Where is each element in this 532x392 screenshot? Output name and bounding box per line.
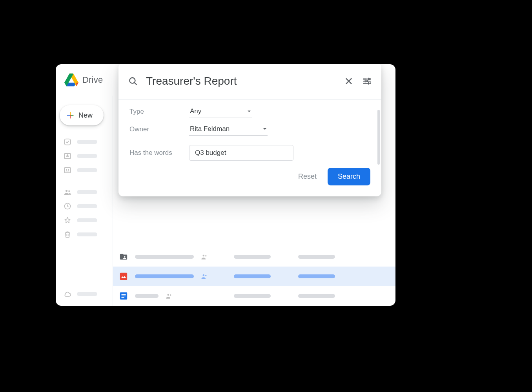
app-name: Drive — [82, 75, 103, 85]
nav-group-secondary — [56, 187, 113, 240]
svg-point-21 — [168, 294, 169, 296]
svg-rect-24 — [363, 78, 366, 79]
table-row[interactable] — [113, 247, 395, 267]
drive-logo-icon — [64, 73, 78, 87]
svg-point-15 — [203, 274, 205, 276]
svg-rect-27 — [363, 80, 371, 81]
plus-icon — [66, 111, 75, 120]
hdd-icon — [64, 152, 71, 160]
svg-rect-14 — [120, 273, 127, 280]
sidebar-item-priority[interactable] — [64, 136, 113, 147]
cloud-icon — [64, 290, 71, 298]
nav-item-label — [77, 232, 97, 236]
caret-down-icon — [247, 109, 251, 113]
sidebar-item-starred[interactable] — [64, 215, 113, 226]
svg-point-12 — [203, 255, 205, 257]
col-placeholder — [298, 294, 335, 298]
type-dropdown[interactable]: Any — [189, 107, 252, 118]
search-actions: Reset Search — [118, 164, 381, 196]
sidebar-item-recent[interactable] — [64, 201, 113, 212]
file-name-placeholder — [135, 294, 159, 298]
col-placeholder — [234, 294, 271, 298]
search-filters: Type Any Owner Rita Feldman Has the word… — [118, 100, 381, 164]
svg-rect-0 — [70, 112, 71, 115]
new-button[interactable]: New — [60, 105, 104, 125]
shared-icon — [201, 253, 208, 260]
nav-item-label — [77, 218, 97, 222]
sidebar-item-shared[interactable] — [64, 187, 113, 198]
svg-point-11 — [124, 256, 126, 258]
svg-point-6 — [66, 169, 67, 171]
owner-label: Owner — [129, 125, 181, 136]
shared-drives-icon — [64, 166, 71, 174]
svg-rect-2 — [67, 115, 70, 116]
check-square-icon — [64, 138, 71, 146]
has-words-input[interactable] — [189, 145, 293, 161]
clock-icon — [64, 202, 71, 210]
col-placeholder — [298, 255, 335, 259]
shared-icon — [201, 273, 208, 280]
table-row[interactable] — [113, 267, 395, 286]
svg-point-9 — [68, 191, 70, 192]
svg-rect-29 — [363, 83, 371, 83]
filter-row-words: Has the words — [129, 145, 370, 161]
search-options-icon[interactable] — [362, 76, 372, 86]
svg-rect-20 — [122, 297, 124, 298]
sidebar: New — [56, 96, 113, 306]
file-name-placeholder — [135, 274, 194, 278]
clear-search-button[interactable] — [344, 76, 354, 86]
svg-rect-3 — [65, 139, 71, 145]
people-icon — [64, 188, 71, 196]
owner-dropdown[interactable]: Rita Feldman — [189, 125, 268, 136]
star-icon — [64, 216, 71, 224]
caret-down-icon — [263, 127, 267, 131]
filter-row-owner: Owner Rita Feldman — [129, 125, 370, 136]
search-input[interactable] — [146, 75, 336, 87]
svg-rect-1 — [71, 115, 73, 116]
image-file-icon — [119, 272, 128, 281]
col-placeholder — [298, 274, 335, 278]
col-placeholder — [234, 274, 271, 278]
file-list — [113, 247, 395, 306]
sidebar-item-shareddrives[interactable] — [64, 165, 113, 176]
search-button[interactable]: Search — [328, 168, 370, 185]
file-name-placeholder — [135, 255, 194, 259]
svg-rect-18 — [122, 294, 126, 295]
nav-item-label — [77, 154, 97, 158]
trash-icon — [64, 230, 71, 238]
svg-point-16 — [205, 275, 206, 276]
search-icon — [128, 76, 138, 86]
sidebar-item-storage[interactable] — [56, 282, 113, 306]
type-value: Any — [190, 107, 201, 115]
shared-icon — [166, 292, 173, 299]
nav-item-label — [77, 190, 97, 194]
new-button-label: New — [78, 111, 93, 120]
folder-shared-icon — [119, 252, 128, 261]
svg-rect-28 — [365, 80, 366, 82]
drive-window: Drive New — [56, 64, 395, 306]
reset-button[interactable]: Reset — [297, 169, 318, 184]
scrollbar[interactable] — [377, 110, 380, 165]
docs-file-icon — [119, 292, 128, 300]
svg-point-13 — [205, 255, 206, 256]
svg-point-7 — [68, 169, 69, 171]
svg-point-8 — [66, 190, 67, 192]
nav-item-label — [77, 168, 97, 172]
nav-item-label — [77, 140, 97, 144]
table-row[interactable] — [113, 286, 395, 306]
type-label: Type — [129, 108, 181, 118]
svg-rect-5 — [65, 167, 71, 172]
svg-rect-19 — [122, 296, 126, 296]
advanced-search-panel: Type Any Owner Rita Feldman Has the word… — [118, 64, 381, 196]
sidebar-item-trash[interactable] — [64, 229, 113, 240]
filter-row-type: Type Any — [129, 107, 370, 118]
svg-rect-30 — [368, 82, 369, 85]
search-header — [118, 64, 381, 100]
words-label: Has the words — [129, 149, 181, 157]
col-placeholder — [234, 255, 271, 259]
svg-rect-26 — [367, 78, 370, 79]
owner-value: Rita Feldman — [190, 125, 230, 133]
nav-item-label — [77, 292, 97, 296]
sidebar-item-mydrive[interactable] — [64, 151, 113, 162]
nav-item-label — [77, 204, 97, 208]
